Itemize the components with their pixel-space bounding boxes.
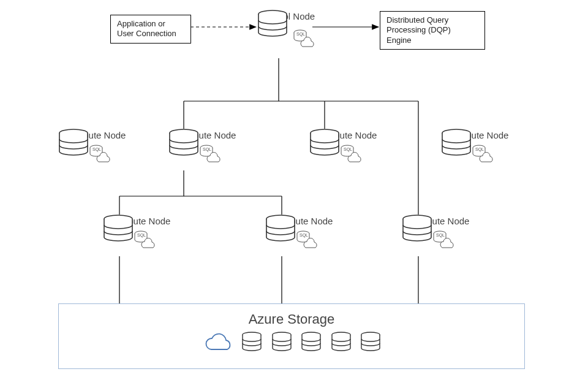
compute-node: SQL Compute Node: [402, 215, 475, 226]
azure-storage-title: Azure Storage: [59, 304, 524, 327]
database-icon: [271, 332, 293, 352]
app-connection-box: Application or User Connection: [110, 15, 191, 44]
database-icon: [103, 215, 134, 243]
svg-text:SQL: SQL: [92, 147, 101, 152]
database-icon: [402, 215, 432, 243]
compute-node: SQL Compute Node: [58, 129, 132, 140]
sql-cloud-icon: SQL: [296, 230, 320, 251]
sql-cloud-icon: SQL: [199, 145, 224, 166]
compute-node: SQL Compute Node: [168, 129, 242, 140]
sql-cloud-icon: SQL: [432, 230, 457, 251]
sql-cloud-icon: SQL: [340, 145, 364, 166]
compute-node: SQL Compute Node: [309, 129, 383, 140]
cloud-icon: [202, 331, 233, 353]
app-connection-text: Application or User Connection: [117, 19, 176, 38]
svg-text:SQL: SQL: [475, 147, 484, 152]
storage-icons-row: [59, 331, 524, 353]
compute-node: SQL Compute Node: [103, 215, 176, 226]
sql-cloud-icon: SQL: [89, 145, 113, 166]
diagram-canvas: { "top": { "app_box": "Application or\nU…: [0, 0, 588, 377]
sql-cloud-icon: SQL: [293, 29, 317, 50]
database-icon: [360, 332, 382, 352]
svg-text:SQL: SQL: [344, 147, 352, 152]
database-icon: [330, 332, 352, 352]
sql-cloud-icon: SQL: [472, 145, 496, 166]
compute-node: SQL Compute Node: [265, 215, 339, 226]
svg-text:SQL: SQL: [203, 147, 211, 152]
database-icon: [441, 129, 472, 157]
dqp-text: Distributed Query Processing (DQP) Engin…: [386, 15, 451, 45]
database-icon: [265, 215, 296, 243]
azure-storage-box: Azure Storage: [58, 303, 525, 369]
sql-cloud-icon: SQL: [134, 230, 158, 251]
database-icon: [309, 129, 340, 157]
control-node: SQL Control Node: [257, 10, 318, 21]
svg-text:SQL: SQL: [137, 233, 146, 238]
database-icon: [58, 129, 89, 157]
database-icon: [168, 129, 199, 157]
database-icon: [300, 332, 322, 352]
compute-node: SQL Compute Node: [441, 129, 514, 140]
svg-text:SQL: SQL: [296, 32, 305, 37]
database-icon: [241, 332, 263, 352]
dqp-box: Distributed Query Processing (DQP) Engin…: [380, 11, 485, 50]
svg-text:SQL: SQL: [300, 233, 308, 238]
database-icon: [257, 10, 288, 38]
svg-text:SQL: SQL: [436, 233, 445, 238]
